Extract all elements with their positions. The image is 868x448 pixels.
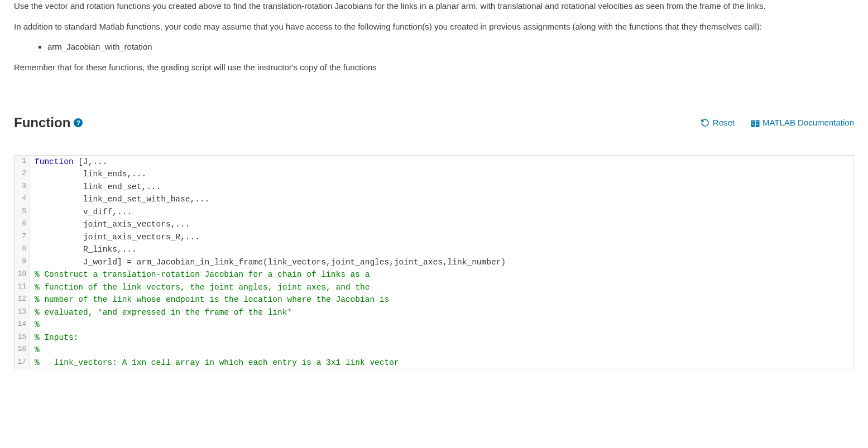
reset-label: Reset (713, 117, 735, 129)
line-content[interactable]: % link_vectors: A 1xn cell array in whic… (30, 357, 399, 369)
line-number: 11 (15, 281, 30, 293)
instructions-block: Use the vector and rotation functions yo… (14, 0, 854, 74)
function-section-header: Function ? Reset (14, 113, 854, 133)
code-editor[interactable]: 1function [J,...2 link_ends,...3 link_en… (14, 155, 854, 369)
line-content[interactable]: v_diff,... (30, 206, 132, 218)
instruction-paragraph-1: Use the vector and rotation functions yo… (14, 0, 854, 13)
code-line[interactable]: 4 link_end_set_with_base,... (15, 193, 853, 205)
svg-rect-2 (752, 124, 755, 124)
line-content[interactable]: % function of the link vectors, the join… (30, 281, 370, 293)
line-content[interactable]: link_ends,... (30, 168, 146, 180)
line-number: 14 (15, 319, 30, 331)
svg-rect-0 (752, 122, 755, 122)
line-number: 1 (15, 156, 30, 168)
line-number: 12 (15, 293, 30, 306)
line-number: 3 (15, 181, 30, 193)
line-number: 7 (15, 231, 30, 243)
reset-icon (701, 118, 709, 127)
code-line[interactable]: 15% Inputs: (15, 331, 853, 344)
line-number: 16 (15, 344, 30, 356)
instruction-paragraph-3: Remember that for these functions, the g… (14, 61, 854, 74)
book-icon (750, 119, 759, 127)
instruction-bullet-item: arm_Jacobian_with_rotation (47, 41, 854, 54)
line-number: 15 (15, 331, 30, 344)
code-line[interactable]: 12% number of the link whose endpoint is… (15, 293, 853, 306)
line-content[interactable]: % Construct a translation-rotation Jacob… (30, 268, 370, 281)
line-number: 9 (15, 256, 30, 268)
line-number: 4 (15, 193, 30, 205)
line-content[interactable]: % number of the link whose endpoint is t… (30, 293, 389, 306)
line-content[interactable]: % Inputs: (30, 331, 78, 344)
code-line[interactable]: 7 joint_axis_vectors_R,... (15, 231, 853, 243)
line-number: 17 (15, 357, 30, 369)
line-number: 2 (15, 168, 30, 180)
line-content[interactable]: function [J,... (30, 156, 108, 168)
section-title: Function (14, 113, 70, 133)
code-line[interactable]: 10% Construct a translation-rotation Jac… (15, 268, 853, 281)
instruction-paragraph-2: In addition to standard Matlab functions… (14, 21, 854, 33)
reset-button[interactable]: Reset (701, 117, 735, 129)
matlab-documentation-label: MATLAB Documentation (763, 117, 854, 129)
svg-rect-5 (756, 124, 759, 124)
line-content[interactable]: link_end_set,... (30, 181, 161, 193)
code-line[interactable]: 17% link_vectors: A 1xn cell array in wh… (15, 357, 853, 369)
code-line[interactable]: 13% evaluated, *and expressed in the fra… (15, 306, 853, 319)
instruction-bullet-list: arm_Jacobian_with_rotation (47, 41, 854, 54)
line-content[interactable]: link_end_set_with_base,... (30, 193, 209, 205)
section-actions: Reset MATLAB Documentation (701, 117, 854, 129)
help-icon[interactable]: ? (74, 118, 83, 127)
line-content[interactable]: % (30, 319, 40, 331)
code-line[interactable]: 11% function of the link vectors, the jo… (15, 281, 853, 293)
line-content[interactable]: J_world] = arm_Jacobian_in_link_frame(li… (30, 256, 506, 268)
code-line[interactable]: 16% (15, 344, 853, 356)
line-content[interactable]: joint_axis_vectors,... (30, 218, 190, 230)
svg-rect-3 (756, 122, 759, 122)
line-number: 5 (15, 206, 30, 218)
code-line[interactable]: 14% (15, 319, 853, 331)
code-line[interactable]: 2 link_ends,... (15, 168, 853, 180)
code-line[interactable]: 1function [J,... (15, 156, 853, 168)
code-line[interactable]: 3 link_end_set,... (15, 181, 853, 193)
line-content[interactable]: joint_axis_vectors_R,... (30, 231, 200, 243)
code-line[interactable]: 6 joint_axis_vectors,... (15, 218, 853, 230)
line-number: 10 (15, 268, 30, 281)
line-number: 8 (15, 243, 30, 256)
line-content[interactable]: % (30, 344, 40, 356)
svg-rect-1 (752, 123, 755, 123)
code-line[interactable]: 8 R_links,... (15, 243, 853, 256)
line-content[interactable]: R_links,... (30, 243, 137, 256)
code-line[interactable]: 9 J_world] = arm_Jacobian_in_link_frame(… (15, 256, 853, 268)
svg-rect-4 (756, 123, 759, 123)
line-number: 13 (15, 306, 30, 319)
code-line[interactable]: 5 v_diff,... (15, 206, 853, 218)
section-title-wrap: Function ? (14, 113, 83, 133)
line-number: 6 (15, 218, 30, 230)
line-content[interactable]: % evaluated, *and expressed in the frame… (30, 306, 292, 319)
matlab-documentation-link[interactable]: MATLAB Documentation (750, 117, 854, 129)
